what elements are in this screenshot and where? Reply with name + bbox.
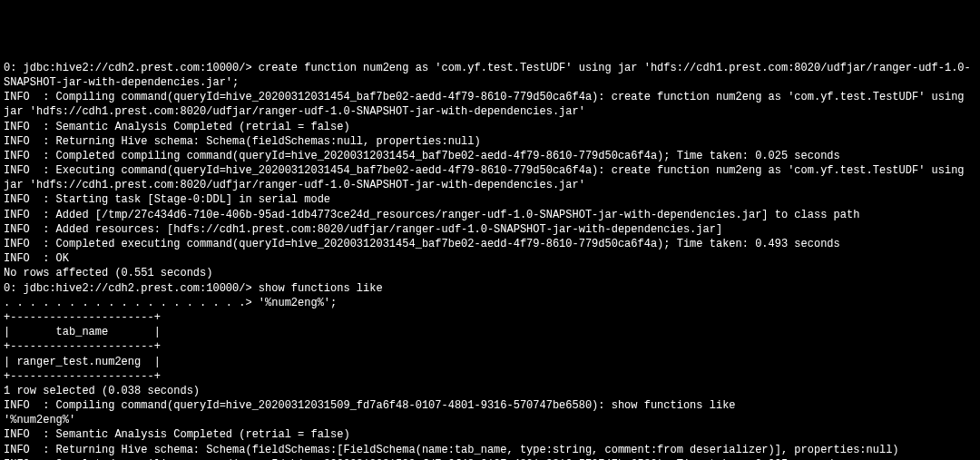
- terminal-line: No rows affected (0.551 seconds): [4, 266, 976, 280]
- terminal-line: INFO : Executing command(queryId=hive_20…: [4, 163, 976, 192]
- terminal-line: +----------------------+: [4, 310, 976, 325]
- terminal-line: +----------------------+: [4, 369, 976, 384]
- terminal-line: INFO : Semantic Analysis Completed (retr…: [4, 427, 976, 442]
- terminal-line: INFO : Compiling command(queryId=hive_20…: [4, 90, 976, 119]
- terminal-line: INFO : Starting task [Stage-0:DDL] in se…: [4, 192, 976, 207]
- terminal-line: 0: jdbc:hive2://cdh2.prest.com:10000/> s…: [4, 281, 976, 296]
- terminal-line: INFO : OK: [4, 251, 976, 266]
- terminal-output[interactable]: 0: jdbc:hive2://cdh2.prest.com:10000/> c…: [4, 61, 976, 460]
- terminal-line: 1 row selected (0.038 seconds): [4, 384, 976, 398]
- terminal-line: +----------------------+: [4, 339, 976, 354]
- terminal-line: | tab_name |: [4, 325, 976, 339]
- terminal-line: INFO : Added [/tmp/27c434d6-710e-406b-95…: [4, 208, 976, 222]
- terminal-line: INFO : Completed executing command(query…: [4, 237, 976, 251]
- terminal-line: INFO : Added resources: [hdfs://cdh1.pre…: [4, 222, 976, 237]
- terminal-line: INFO : Compiling command(queryId=hive_20…: [4, 398, 976, 413]
- terminal-line: 0: jdbc:hive2://cdh2.prest.com:10000/> c…: [4, 61, 976, 90]
- terminal-line: . . . . . . . . . . . . . . . . . . .> '…: [4, 296, 976, 310]
- terminal-line: | ranger_test.num2eng |: [4, 355, 976, 369]
- terminal-line: INFO : Returning Hive schema: Schema(fie…: [4, 443, 976, 457]
- terminal-line: INFO : Semantic Analysis Completed (retr…: [4, 120, 976, 134]
- terminal-line: INFO : Returning Hive schema: Schema(fie…: [4, 134, 976, 149]
- terminal-line: '%num2eng%': [4, 413, 976, 427]
- terminal-line: INFO : Completed compiling command(query…: [4, 149, 976, 163]
